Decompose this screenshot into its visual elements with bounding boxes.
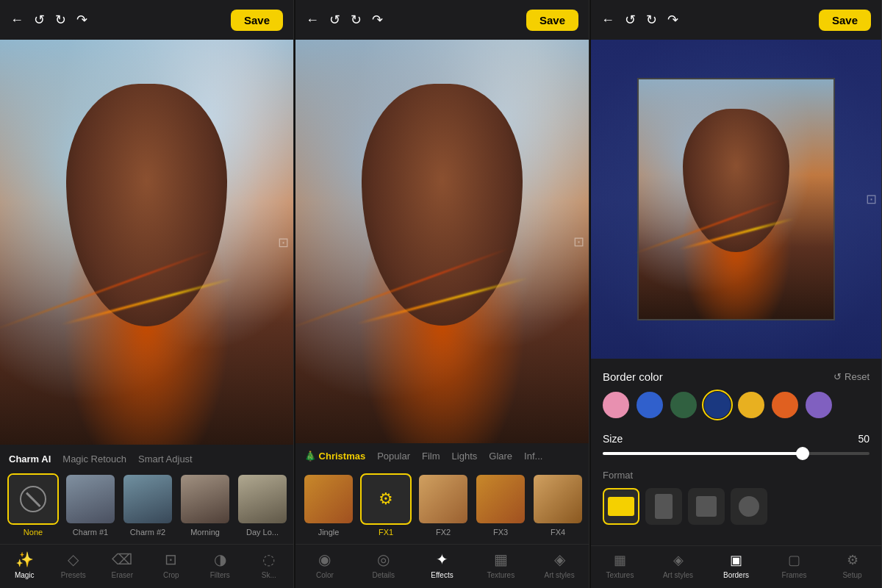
charm-tab-ai[interactable]: Charm AI [9,453,51,465]
nav-magic[interactable]: ✨ Magic [0,551,49,579]
filter-thumb-fx2 [417,473,469,525]
nav-color[interactable]: ◉ Color [295,551,354,579]
format-section: Format [603,470,870,525]
redo-icon-3[interactable]: ↺ [646,12,657,28]
nav-textures[interactable]: ▦ Textures [471,551,530,579]
tab-film[interactable]: Film [422,451,440,465]
nav-sk[interactable]: ◌ Sk... [245,551,294,579]
redo2-icon-3[interactable]: ↷ [667,12,678,28]
controls-1: Charm AI Magic Retouch Smart Adjust None [0,445,293,588]
sk-label: Sk... [262,571,276,579]
swatch-dark-blue[interactable] [704,392,731,418]
nav-eraser[interactable]: ⌫ Eraser [98,551,147,579]
filter-label-fx1: FX1 [379,528,393,537]
filter-jingle[interactable]: Jingle [303,473,354,537]
filter-bg-fx2 [419,475,467,523]
filter-charm1[interactable]: Charm #1 [65,473,116,537]
filter-fx3[interactable]: FX3 [475,473,526,537]
tab-christmas[interactable]: 🎄 Christmas [304,451,365,465]
textures-icon-3: ▦ [614,552,626,568]
format-medium[interactable] [645,488,682,525]
color-icon: ◉ [318,551,331,568]
undo-icon-2[interactable]: ↺ [329,12,340,28]
swatch-purple[interactable] [806,392,832,418]
expand-handle-1[interactable]: ⊡ [278,234,289,251]
format-wide[interactable] [603,488,639,525]
nav-borders-3[interactable]: ▣ Borders [707,552,765,579]
swatch-pink[interactable] [603,392,629,418]
filter-thumb-morning [179,473,231,525]
save-button-1[interactable]: Save [231,10,283,31]
filter-bg-fx4 [534,475,582,523]
redo2-icon-2[interactable]: ↷ [372,12,383,28]
panel-1: ← ↺ ↺ ↷ Save ⊡ Charm AI Magic Retouch Sm… [0,0,294,588]
back-icon-3[interactable]: ← [601,12,614,28]
reset-button[interactable]: ↺ Reset [833,371,870,382]
redo-icon-2[interactable]: ↺ [351,12,362,28]
format-round[interactable] [731,488,767,525]
no-filter-icon [20,486,46,512]
size-title: Size [603,433,623,445]
nav-artstyles-3[interactable]: ◈ Art styles [649,552,707,579]
swatch-orange[interactable] [772,392,798,418]
format-square[interactable] [688,488,725,525]
nav-filters[interactable]: ◑ Filters [196,551,245,579]
tab-lights[interactable]: Lights [452,451,478,465]
toolbar-2: ← ↺ ↺ ↷ Save [295,0,589,40]
filter-morning[interactable]: Morning [179,473,231,537]
border-color-title: Border color [603,370,663,383]
nav-frames-3[interactable]: ▢ Frames [765,552,823,579]
size-slider[interactable] [603,452,870,455]
nav-details[interactable]: ◎ Details [354,551,413,579]
charm-tab-adjust[interactable]: Smart Adjust [138,453,193,465]
nav-textures-3[interactable]: ▦ Textures [591,552,649,579]
size-header: Size 50 [603,433,870,445]
swatch-blue[interactable] [637,392,663,418]
filter-label-jingle: Jingle [318,528,340,537]
frames-label-3: Frames [782,571,807,579]
nav-artstyles[interactable]: ◈ Art styles [530,551,589,579]
redo2-icon-1[interactable]: ↷ [76,12,87,28]
slider-fill [603,452,803,455]
nav-setup-3[interactable]: ⚙ Setup [823,552,881,579]
filter-fx2[interactable]: FX2 [417,473,469,537]
filter-none[interactable]: None [7,473,59,537]
effects-label: Effects [431,571,453,579]
save-button-3[interactable]: Save [819,10,871,31]
slider-thumb[interactable] [796,447,809,460]
nav-crop[interactable]: ⊡ Crop [147,551,196,579]
format-wide-shape [608,497,634,516]
tab-inf[interactable]: Inf... [524,451,542,465]
redo-icon-1[interactable]: ↺ [55,12,66,28]
back-icon-2[interactable]: ← [306,12,319,28]
filter-fx4[interactable]: FX4 [532,473,584,537]
filter-bg-morning [181,475,229,523]
toolbar-1: ← ↺ ↺ ↷ Save [0,0,293,40]
back-icon-1[interactable]: ← [10,12,24,28]
filter-bg-charm2 [123,475,172,523]
face-shape-1 [66,84,227,327]
undo-icon-1[interactable]: ↺ [34,12,45,28]
charm-tab-retouch[interactable]: Magic Retouch [62,453,126,465]
expand-handle-3[interactable]: ⊡ [866,191,877,207]
filter-bg-charm1 [66,475,115,523]
expand-handle-2[interactable]: ⊡ [573,234,584,250]
filter-daylo[interactable]: Day Lo... [237,473,288,537]
nav-presets[interactable]: ◇ Presets [49,551,98,579]
nav-effects[interactable]: ✦ Effects [413,551,472,579]
filters-icon: ◑ [214,551,226,568]
undo-icon-3[interactable]: ↺ [625,12,636,28]
borders-icon-3: ▣ [730,552,742,568]
save-button-2[interactable]: Save [526,10,578,31]
tab-glare[interactable]: Glare [489,451,512,465]
swatch-green[interactable] [670,392,697,418]
borders-controls: Border color ↺ Reset Size 50 Forma [591,359,881,545]
swatch-yellow[interactable] [738,392,764,418]
filter-fx1[interactable]: ⚙ FX1 [360,473,412,537]
tab-popular[interactable]: Popular [377,451,410,465]
textures-label: Textures [487,571,514,579]
filter-charm2[interactable]: Charm #2 [122,473,173,537]
frames-icon-3: ▢ [788,552,800,568]
crop-label: Crop [163,571,179,579]
photo-image-2 [295,40,589,443]
